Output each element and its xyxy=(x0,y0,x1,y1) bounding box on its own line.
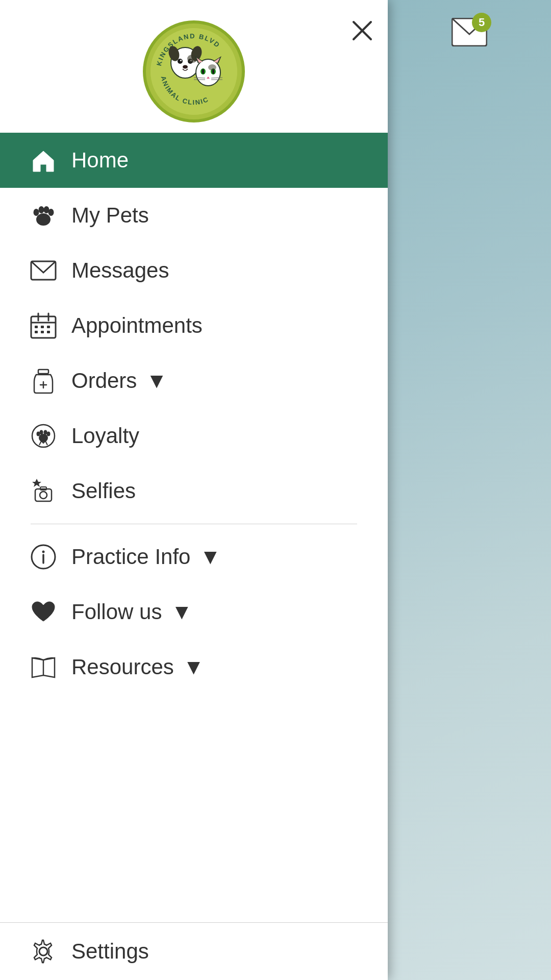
close-button[interactable] xyxy=(347,15,378,46)
nav-label-home: Home xyxy=(71,148,129,173)
svg-rect-44 xyxy=(41,331,44,333)
nav-item-loyalty[interactable]: Loyalty xyxy=(0,408,388,463)
nav-label-loyalty: Loyalty xyxy=(71,424,139,448)
settings-footer[interactable]: Settings xyxy=(0,922,388,980)
nav-label-resources: Resources ▼ xyxy=(71,655,204,679)
svg-point-11 xyxy=(180,60,182,61)
selfie-icon xyxy=(26,478,61,504)
follow-us-chevron: ▼ xyxy=(171,600,192,624)
svg-point-61 xyxy=(42,551,45,553)
logo-circle: KINGSLAND BLVD ANIMAL CLINIC xyxy=(143,20,245,122)
svg-point-57 xyxy=(40,492,47,499)
svg-rect-46 xyxy=(38,370,48,374)
svg-point-31 xyxy=(34,209,39,216)
svg-point-32 xyxy=(39,206,44,213)
svg-rect-42 xyxy=(47,326,50,328)
book-icon xyxy=(26,654,61,680)
svg-point-22 xyxy=(202,69,204,74)
orders-chevron: ▼ xyxy=(146,369,167,393)
svg-point-53 xyxy=(44,430,47,435)
info-icon xyxy=(26,544,61,570)
svg-point-9 xyxy=(178,59,183,64)
mail-nav-icon xyxy=(26,257,61,284)
settings-label: Settings xyxy=(71,939,149,964)
nav-label-appointments: Appointments xyxy=(71,313,203,338)
nav-divider xyxy=(31,524,357,524)
nav-item-orders[interactable]: Orders ▼ xyxy=(0,353,388,408)
svg-point-30 xyxy=(36,213,51,226)
nav-item-resources[interactable]: Resources ▼ xyxy=(0,640,388,695)
message-badge: 5 xyxy=(472,13,491,32)
nav-item-my-pets[interactable]: My Pets xyxy=(0,188,388,243)
calendar-icon xyxy=(26,312,61,339)
nav-label-follow-us: Follow us ▼ xyxy=(71,600,192,624)
nav-label-practice-info: Practice Info ▼ xyxy=(71,545,221,569)
svg-rect-40 xyxy=(35,326,38,328)
practice-info-chevron: ▼ xyxy=(199,545,221,569)
svg-point-63 xyxy=(39,947,47,955)
nav-label-selfies: Selfies xyxy=(71,479,136,503)
svg-point-50 xyxy=(39,434,48,442)
nav-item-messages[interactable]: Messages xyxy=(0,243,388,298)
logo-area: KINGSLAND BLVD ANIMAL CLINIC xyxy=(0,0,388,133)
svg-point-52 xyxy=(40,430,43,435)
svg-point-29 xyxy=(208,64,216,70)
svg-point-14 xyxy=(187,55,197,63)
home-icon xyxy=(26,147,61,174)
nav-item-selfies[interactable]: Selfies xyxy=(0,463,388,519)
gear-icon xyxy=(26,938,61,965)
svg-rect-41 xyxy=(41,326,44,328)
svg-rect-56 xyxy=(35,489,52,501)
nav-label-orders: Orders ▼ xyxy=(71,369,167,393)
message-area[interactable]: 5 xyxy=(452,10,487,46)
logo-inner: KINGSLAND BLVD ANIMAL CLINIC xyxy=(151,28,237,115)
svg-point-15 xyxy=(196,59,220,86)
nav-label-my-pets: My Pets xyxy=(71,203,149,228)
nav-item-appointments[interactable]: Appointments xyxy=(0,298,388,353)
heart-icon xyxy=(26,599,61,625)
svg-point-34 xyxy=(48,209,54,216)
nav-list: Home My Pets xyxy=(0,133,388,922)
bottle-icon xyxy=(26,368,61,394)
svg-marker-55 xyxy=(32,479,41,487)
nav-label-messages: Messages xyxy=(71,258,169,283)
nav-item-follow-us[interactable]: Follow us ▼ xyxy=(0,584,388,640)
svg-rect-43 xyxy=(35,331,38,333)
svg-rect-45 xyxy=(47,331,50,333)
nav-item-practice-info[interactable]: Practice Info ▼ xyxy=(0,529,388,584)
svg-point-54 xyxy=(47,432,51,436)
resources-chevron: ▼ xyxy=(183,655,205,679)
svg-point-51 xyxy=(37,432,40,436)
svg-point-13 xyxy=(183,65,188,69)
nav-item-home[interactable]: Home xyxy=(0,133,388,188)
right-side-partial: 5 xyxy=(388,0,551,980)
navigation-drawer: KINGSLAND BLVD ANIMAL CLINIC xyxy=(0,0,388,980)
paw-icon xyxy=(26,202,61,229)
loyalty-icon xyxy=(26,423,61,449)
